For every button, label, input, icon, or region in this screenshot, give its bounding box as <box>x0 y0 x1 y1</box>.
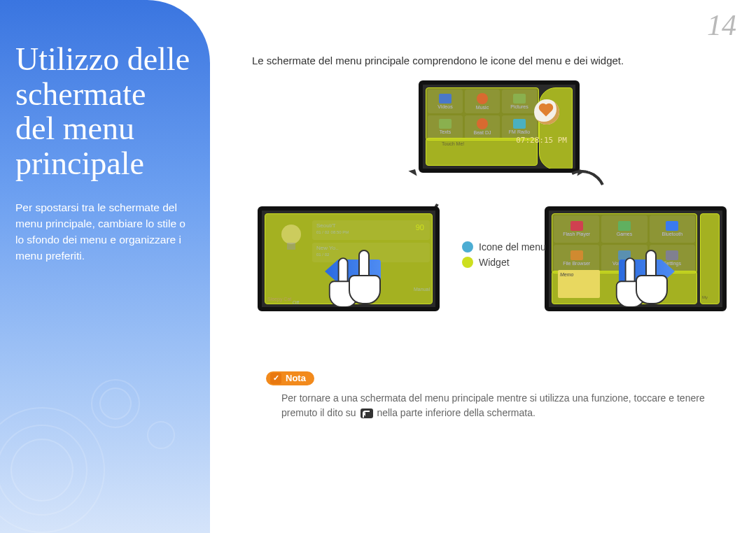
app-icon: Bluetooth <box>650 215 695 243</box>
app-icon: Music <box>465 90 500 113</box>
legend-dot-widget-icon <box>462 257 473 268</box>
app-icon: FM Radio <box>502 115 537 139</box>
device-screen-left: Seoul/T01 / 02 08:50 PM90 New Yo..01 / 0… <box>258 206 440 311</box>
app-icon: Pictures <box>502 90 537 113</box>
manual-label: Manual <box>414 287 430 292</box>
bulb-widget-icon <box>274 220 308 262</box>
note-text: Per tornare a una schermata del menu pri… <box>266 391 742 420</box>
highlight-widget-side: My <box>700 213 720 304</box>
main-content: Le schermate del menu principale compren… <box>224 55 742 311</box>
off-label: Off <box>293 300 299 305</box>
app-icon: Texts <box>428 115 463 139</box>
hand-gesture-icon <box>346 250 384 306</box>
sleepy-cat-label: Sleepy Cat <box>267 297 291 301</box>
device-screen-top: Videos Music Pictures Texts Beat DJ FM R… <box>419 80 580 173</box>
legend: Icone del menu Widget <box>462 241 546 272</box>
page-title: Utilizzo delle schermate del menu princi… <box>15 42 192 181</box>
sidebar-subtitle: Per spostarsi tra le schermate del menu … <box>15 199 192 264</box>
intro-text: Le schermate del menu principale compren… <box>252 55 742 66</box>
decorative-circles <box>0 358 182 512</box>
legend-item-widget: Widget <box>462 257 546 268</box>
app-icon: File Browser <box>554 245 599 272</box>
device-screen-right: Flash Player Games Bluetooth File Browse… <box>545 206 727 311</box>
app-icon: Games <box>601 215 647 243</box>
app-icon: Beat DJ <box>465 115 500 139</box>
back-button-icon <box>360 408 373 418</box>
legend-label: Widget <box>479 257 510 268</box>
note-badge-label: Nota <box>286 373 306 383</box>
touch-me-label: Touch Me! <box>442 141 464 146</box>
sidebar-panel: Utilizzo delle schermate del menu princi… <box>0 0 210 533</box>
legend-item-menu: Icone del menu <box>462 241 546 253</box>
legend-label: Icone del menu <box>479 241 546 253</box>
note-badge: ✓ Nota <box>266 371 314 385</box>
note-cube-icon: ✓ <box>270 373 281 384</box>
hand-gesture-icon <box>633 250 671 306</box>
page-number: 14 <box>707 8 736 42</box>
memo-widget: Memo <box>558 270 600 298</box>
screens-illustration: Videos Music Pictures Texts Beat DJ FM R… <box>224 80 742 311</box>
app-icon: Flash Player <box>554 215 599 243</box>
highlight-menu-area: Videos Music Pictures Texts Beat DJ FM R… <box>426 87 539 141</box>
coffee-widget-icon <box>534 97 566 129</box>
note-callout: ✓ Nota Per tornare a una schermata del m… <box>266 371 742 420</box>
my-label: My <box>702 295 708 299</box>
legend-dot-menu-icon <box>462 241 473 253</box>
clock-widget: 07:28:15 PM <box>516 136 567 145</box>
app-icon: Videos <box>428 90 463 113</box>
highlight-widget-area <box>539 87 573 170</box>
